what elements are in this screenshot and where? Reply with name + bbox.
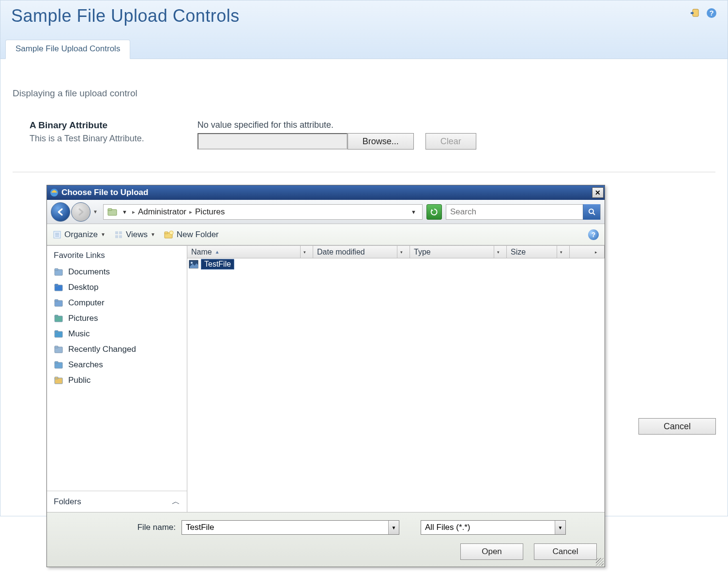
sidebar-item-pictures[interactable]: Pictures — [47, 311, 187, 326]
crumb-seg-pictures[interactable]: Pictures — [195, 207, 225, 217]
clear-button[interactable]: Clear — [425, 133, 476, 150]
open-button[interactable]: Open — [460, 543, 523, 560]
sidebar-item-music[interactable]: Music — [47, 326, 187, 342]
favorite-links-header: Favorite Links — [47, 246, 187, 264]
banner-actions: ? — [690, 6, 717, 18]
col-filter[interactable]: ▾ — [397, 246, 406, 258]
file-name-input[interactable] — [182, 523, 388, 532]
sidebar-item-desktop[interactable]: Desktop — [47, 280, 187, 295]
file-name: TestFile — [201, 259, 234, 270]
sidebar-item-recently-changed[interactable]: Recently Changed — [47, 342, 187, 357]
new-folder-icon — [164, 230, 174, 239]
attr-empty-msg: No value specified for this attribute. — [197, 120, 476, 130]
svg-rect-36 — [55, 377, 58, 379]
folder-icon — [107, 208, 117, 216]
col-overflow[interactable]: ▸ — [570, 246, 605, 258]
dialog-navbar: ▼ ▼ ▸ Administrator ▸ Pictures ▼ — [47, 200, 605, 224]
file-name-dropdown[interactable]: ▼ — [388, 521, 399, 534]
svg-point-8 — [589, 209, 593, 213]
attr-title: A Binary Attribute — [30, 120, 144, 131]
chevron-down-icon: ▼ — [101, 232, 106, 237]
sidebar-item-public[interactable]: Public — [47, 373, 187, 388]
new-folder-button[interactable]: New Folder — [164, 230, 219, 240]
chevron-right-icon: ▸ — [132, 209, 135, 215]
tab-sample-upload[interactable]: Sample File Upload Controls — [5, 40, 130, 59]
organize-menu[interactable]: Organize ▼ — [53, 230, 106, 240]
col-size[interactable]: Size ▾ — [507, 246, 570, 258]
file-filter-input[interactable] — [421, 523, 555, 532]
dialog-title: Choose File to Upload — [61, 188, 148, 197]
svg-rect-30 — [55, 331, 58, 332]
close-icon: ✕ — [595, 189, 601, 196]
sidebar-item-label: Desktop — [68, 283, 98, 292]
file-pane: Name ▲ ▾ Date modified ▾ Type ▾ Size ▾ — [187, 246, 605, 512]
views-menu[interactable]: Views ▼ — [114, 230, 155, 240]
dialog-cancel-button[interactable]: Cancel — [534, 543, 597, 560]
col-filter[interactable]: ▾ — [494, 246, 502, 258]
page-title: Sample File Upload Controls — [11, 6, 240, 26]
chevron-down-icon[interactable]: ▼ — [120, 209, 129, 215]
search-box — [446, 204, 601, 220]
pictures-icon — [54, 314, 63, 323]
sidebar-item-label: Computer — [68, 298, 105, 308]
page-cancel-button[interactable]: Cancel — [638, 418, 716, 435]
search-folder-icon — [54, 360, 63, 370]
sidebar-item-documents[interactable]: Documents — [47, 264, 187, 280]
desktop-icon — [54, 283, 63, 292]
recent-icon — [54, 345, 63, 354]
sidebar-item-label: Searches — [68, 360, 103, 370]
svg-rect-6 — [108, 209, 112, 211]
chevron-right-icon: ▸ — [592, 246, 600, 258]
svg-rect-17 — [119, 235, 122, 238]
search-input[interactable] — [446, 207, 583, 217]
dialog-toolbar: Organize ▼ Views ▼ New Folder ? — [47, 224, 605, 245]
file-filter-dropdown[interactable]: ▼ — [555, 521, 565, 534]
col-modified[interactable]: Date modified ▾ — [313, 246, 410, 258]
organize-icon — [53, 230, 61, 239]
col-type[interactable]: Type ▾ — [410, 246, 507, 258]
col-filter[interactable]: ▾ — [300, 246, 309, 258]
svg-marker-1 — [690, 12, 693, 15]
binary-attribute-row: A Binary Attribute This is a Test Binary… — [13, 120, 715, 150]
svg-rect-28 — [55, 315, 58, 317]
pin-icon[interactable] — [690, 8, 700, 18]
dialog-titlebar[interactable]: Choose File to Upload ✕ — [47, 185, 605, 200]
dialog-help-icon[interactable]: ? — [588, 229, 599, 240]
close-button[interactable]: ✕ — [592, 187, 604, 198]
chevron-right-icon: ▸ — [189, 209, 192, 215]
col-name[interactable]: Name ▲ ▾ — [187, 246, 313, 258]
sidebar-item-computer[interactable]: Computer — [47, 295, 187, 311]
browse-button[interactable]: Browse... — [348, 133, 414, 150]
breadcrumb[interactable]: ▼ ▸ Administrator ▸ Pictures ▼ — [103, 204, 423, 220]
svg-rect-26 — [55, 300, 58, 301]
nav-forward-button[interactable] — [71, 202, 91, 222]
computer-icon — [54, 298, 63, 308]
svg-rect-22 — [55, 269, 58, 271]
svg-text:?: ? — [709, 9, 713, 17]
favorite-links-list: DocumentsDesktopComputerPicturesMusicRec… — [47, 264, 187, 491]
resize-grip[interactable] — [596, 558, 604, 566]
image-file-icon — [188, 259, 199, 269]
nav-history-dropdown[interactable]: ▼ — [91, 209, 99, 214]
sidebar-item-label: Pictures — [68, 314, 98, 323]
intro-text: Displaying a file upload control — [13, 88, 715, 99]
sidebar-item-label: Documents — [68, 267, 110, 277]
attr-desc: This is a Test Binary Attribute. — [30, 134, 144, 144]
help-icon[interactable]: ? — [706, 8, 717, 18]
sidebar-item-label: Public — [68, 376, 91, 385]
crumb-seg-admin[interactable]: Administrator — [138, 207, 186, 217]
music-icon — [54, 329, 63, 339]
file-list[interactable]: TestFile — [187, 258, 605, 512]
sidebar-item-label: Recently Changed — [68, 345, 136, 354]
file-path-input[interactable] — [197, 133, 348, 150]
crumb-dropdown[interactable]: ▼ — [409, 209, 418, 215]
svg-point-38 — [191, 262, 193, 264]
nav-back-button[interactable] — [51, 202, 70, 222]
search-button[interactable] — [583, 204, 600, 220]
folders-toggle[interactable]: Folders ︿ — [47, 491, 187, 512]
sidebar-item-searches[interactable]: Searches — [47, 357, 187, 373]
document-icon — [54, 267, 63, 277]
file-row[interactable]: TestFile — [187, 258, 605, 270]
refresh-button[interactable] — [426, 204, 442, 220]
col-filter[interactable]: ▾ — [557, 246, 565, 258]
